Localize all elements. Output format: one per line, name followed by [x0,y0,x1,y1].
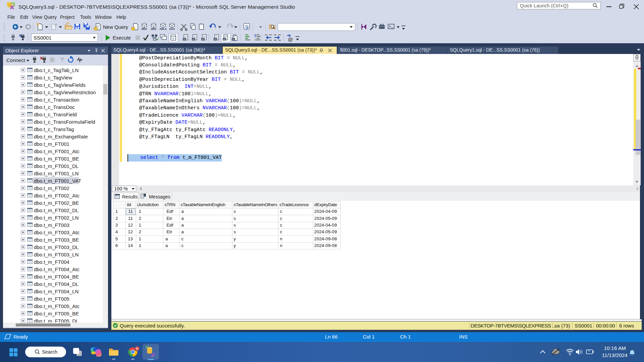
svg-text:01: 01 [202,38,204,41]
svg-text:01: 01 [232,38,235,41]
svg-text:01: 01 [214,38,217,41]
svg-text:01: 01 [192,38,195,41]
svg-text:01: 01 [223,38,226,41]
svg-text:G: G [136,347,138,350]
svg-text:@: @ [288,37,293,42]
svg-text:01: 01 [183,38,186,41]
svg-text:?: ? [254,34,256,39]
